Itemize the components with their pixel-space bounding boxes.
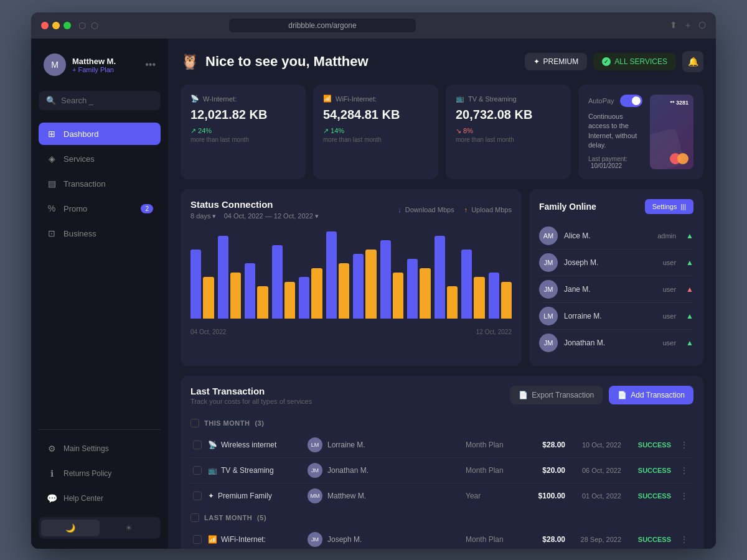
sidebar-item-returns-policy[interactable]: ℹ Returns Policy: [39, 462, 161, 485]
transaction-section: Last Transaction Track your costs for al…: [181, 376, 703, 549]
transaction-row: 📡 Wireless internet LM Lorraine M. Month…: [190, 432, 693, 458]
sidebar-item-promo[interactable]: % Promo 2: [39, 197, 161, 220]
mastercard-orange: [677, 153, 688, 164]
this-month-checkbox[interactable]: [190, 419, 199, 427]
export-label: Export Transaction: [532, 391, 594, 399]
card-logos: [670, 153, 688, 164]
bar-orange: [501, 282, 512, 319]
bar-orange: [420, 268, 430, 319]
bar-orange: [311, 268, 322, 319]
all-services-button[interactable]: ✓ ALL SERVICES: [593, 53, 676, 70]
tx-checkbox[interactable]: [193, 492, 202, 500]
search-icon: 🔍: [46, 96, 56, 105]
signal-icon: ▲: [686, 258, 693, 267]
stat-label-w-internet: 📡 W-Internet:: [190, 95, 296, 103]
add-transaction-button[interactable]: 📄 Add Transaction: [609, 386, 693, 404]
tx-more-button[interactable]: ⋮: [677, 491, 691, 501]
last-month-checkbox[interactable]: [190, 513, 199, 522]
bar-blue: [190, 250, 201, 319]
w-internet-icon: 📡: [190, 95, 199, 103]
tx-date: 10 Oct, 2022: [571, 441, 621, 449]
bar-group: [272, 245, 296, 319]
tabs-icon[interactable]: ⬡: [698, 20, 706, 31]
bar-group: [489, 273, 512, 319]
returns-policy-label: Returns Policy: [63, 469, 111, 478]
sidebar-item-help-center[interactable]: 💬 Help Center: [39, 487, 161, 510]
search-bar[interactable]: 🔍: [39, 91, 161, 110]
nav-back[interactable]: ⬡: [78, 21, 86, 30]
tx-plan: Month Plan: [466, 441, 515, 449]
stat-card-tv-streaming: 📺 TV & Streaming 20,732.08 KB ↘ 8% more …: [446, 85, 571, 179]
tx-checkbox[interactable]: [193, 466, 202, 475]
card-number: ** 3281: [670, 100, 688, 106]
stat-card-w-internet: 📡 W-Internet: 12,021.82 KB ↗ 24% more th…: [181, 85, 306, 179]
share-icon[interactable]: ⬆: [670, 20, 677, 31]
user-profile: M Matthew M. + Family Plan •••: [39, 49, 161, 81]
bar-orange: [339, 263, 349, 318]
promo-icon: %: [46, 203, 57, 213]
family-member: JM Jane M. user ▲: [539, 276, 693, 303]
member-avatar: LM: [539, 307, 558, 325]
browser-chrome: ⬡ ⬡ dribbble.com/argone ⬆ ＋ ⬡: [31, 12, 716, 39]
close-traffic-light[interactable]: [41, 22, 49, 29]
nav-forward[interactable]: ⬡: [91, 21, 98, 30]
minimize-traffic-light[interactable]: [52, 22, 60, 29]
search-input[interactable]: [61, 96, 153, 105]
tx-service-icon: 📺: [208, 466, 217, 475]
browser-url-bar[interactable]: dribbble.com/argone: [229, 19, 416, 32]
settings-button[interactable]: Settings |||: [645, 199, 693, 214]
tx-plan: Month Plan: [466, 466, 515, 475]
tx-more-button[interactable]: ⋮: [677, 534, 691, 544]
sidebar-item-business[interactable]: ⊡ Business: [39, 222, 161, 245]
member-avatar: AM: [539, 226, 558, 245]
tx-person-name: Jonathan M.: [327, 466, 369, 475]
dark-theme-button[interactable]: 🌙: [41, 520, 100, 536]
user-info: Matthew M. + Family Plan: [72, 57, 139, 73]
bell-icon: 🔔: [688, 57, 698, 67]
chart-range[interactable]: 8 days ▾: [190, 212, 216, 220]
autopay-toggle[interactable]: [620, 95, 642, 107]
nav-section: ⊞ Dashbord ◈ Services ▤ Transaction % Pr…: [39, 123, 161, 422]
tx-date: 06 Oct, 2022: [571, 467, 621, 474]
tx-status-badge: SUCCESS: [627, 467, 671, 474]
chart-legend: ↓ Download Mbps ↑ Upload Mbps: [398, 206, 512, 213]
tx-service-name: WiFi-Internet:: [221, 535, 266, 544]
sidebar-item-main-settings[interactable]: ⚙ Main Settings: [39, 437, 161, 460]
bell-button[interactable]: 🔔: [682, 51, 703, 72]
tx-more-button[interactable]: ⋮: [677, 465, 691, 475]
main-content: 🦉 Nice to see you, Matthew ✦ PREMIUM ✓ A…: [168, 39, 716, 549]
new-tab-icon[interactable]: ＋: [684, 20, 692, 31]
help-center-label: Help Center: [63, 494, 103, 503]
settings-bars-icon: |||: [680, 203, 686, 210]
light-theme-button[interactable]: ☀: [100, 520, 158, 536]
transaction-title: Last Transaction: [190, 386, 312, 396]
tx-service: 📡 Wireless internet: [208, 441, 301, 449]
legend-upload: ↑ Upload Mbps: [464, 206, 512, 213]
premium-button[interactable]: ✦ PREMIUM: [525, 53, 588, 70]
signal-icon: ▲: [686, 338, 693, 347]
sidebar-item-transaction[interactable]: ▤ Transaction: [39, 172, 161, 195]
traffic-lights: [41, 22, 71, 29]
sidebar-item-services[interactable]: ◈ Services: [39, 147, 161, 170]
promo-label: Promo: [63, 204, 87, 213]
tx-checkbox[interactable]: [193, 535, 202, 544]
more-button[interactable]: •••: [145, 59, 156, 70]
theme-toggle[interactable]: 🌙 ☀: [39, 517, 161, 539]
bar-group: [353, 250, 377, 319]
add-label: Add Transaction: [631, 391, 685, 399]
chart-date-range[interactable]: 04 Oct, 2022 — 12 Oct, 2022 ▾: [224, 212, 319, 220]
export-transaction-button[interactable]: 📄 Export Transaction: [510, 386, 603, 404]
sidebar-item-dashboard[interactable]: ⊞ Dashbord: [39, 123, 161, 145]
stat-change-tv-streaming: ↘ 8%: [456, 127, 561, 135]
upload-icon: ↑: [464, 206, 468, 213]
bar-group: [380, 240, 404, 318]
this-month-label: THIS MONTH: [204, 419, 250, 427]
bar-orange: [257, 286, 268, 319]
autopay-label: AutoPay: [588, 95, 642, 107]
transaction-row: 📶 WiFi-Internet: JM Joseph M. Month Plan…: [190, 527, 693, 549]
tx-more-button[interactable]: ⋮: [677, 440, 691, 450]
tx-checkbox[interactable]: [193, 441, 202, 449]
stat-label-tv-streaming: 📺 TV & Streaming: [456, 95, 561, 103]
tx-person-name: Joseph M.: [327, 535, 362, 544]
fullscreen-traffic-light[interactable]: [63, 22, 71, 29]
